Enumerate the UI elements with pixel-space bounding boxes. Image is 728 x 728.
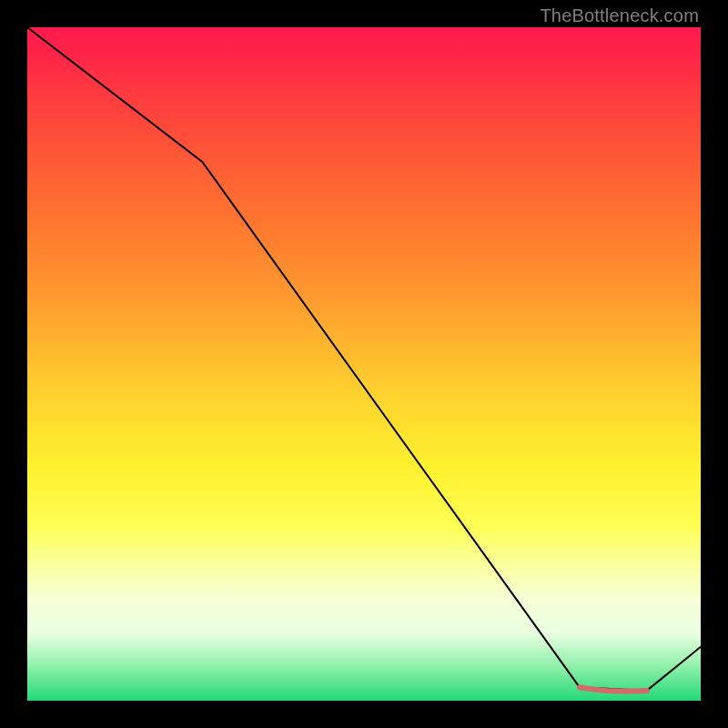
chart-canvas: TheBottleneck.com [0, 0, 728, 728]
watermark-text: TheBottleneck.com [540, 5, 699, 26]
chart-heat-background [27, 27, 701, 701]
